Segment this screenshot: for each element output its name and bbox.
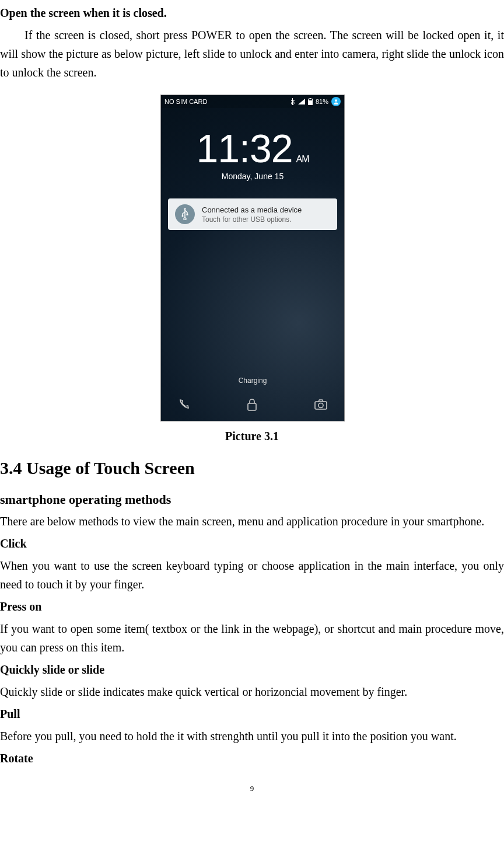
page-number: 9: [0, 784, 504, 793]
click-heading: Click: [0, 534, 504, 553]
pull-para: Before you pull, you need to hold the it…: [0, 727, 504, 745]
svg-rect-1: [309, 98, 311, 99]
battery-percent: 81%: [316, 98, 328, 105]
clock-date: Monday, June 15: [161, 172, 344, 181]
battery-icon: [308, 98, 313, 105]
figure-caption: Picture 3.1: [0, 430, 504, 443]
lockscreen-clock: 11:32 AM Monday, June 15: [161, 128, 344, 181]
signal-icon: [298, 99, 305, 104]
status-bar: NO SIM CARD 81%: [161, 95, 344, 108]
phone-screenshot: NO SIM CARD 81%: [160, 95, 345, 421]
svg-rect-6: [248, 403, 256, 410]
press-para: If you want to open some item( textbox o…: [0, 619, 504, 657]
clock-time: 11:32: [196, 128, 292, 168]
usb-notification-text: Connected as a media device Touch for ot…: [202, 205, 302, 224]
svg-point-8: [318, 403, 323, 408]
usb-icon: [175, 204, 195, 224]
heading-open-screen: Open the screen when it is closed.: [0, 4, 504, 22]
methods-intro: There are below methods to view the main…: [0, 512, 504, 531]
status-right-group: 81%: [290, 97, 341, 106]
section-title: 3.4 Usage of Touch Screen: [0, 458, 504, 478]
click-para: When you want to use the screen keyboard…: [0, 556, 504, 594]
status-carrier: NO SIM CARD: [164, 98, 290, 105]
press-heading: Press on: [0, 597, 504, 616]
pull-heading: Pull: [0, 705, 504, 723]
clock-time-row: 11:32 AM: [196, 128, 309, 168]
svg-point-3: [335, 99, 337, 102]
notif-title: Connected as a media device: [202, 205, 302, 214]
user-icon: [331, 97, 341, 106]
slide-para: Quickly slide or slide indicates make qu…: [0, 682, 504, 701]
charging-label: Charging: [161, 377, 344, 385]
slide-heading: Quickly slide or slide: [0, 660, 504, 679]
notif-subtitle: Touch for other USB options.: [202, 215, 302, 224]
usb-notification: Connected as a media device Touch for ot…: [168, 198, 337, 230]
svg-rect-5: [187, 214, 188, 215]
phone-icon: [177, 398, 190, 411]
svg-point-4: [182, 215, 184, 217]
bluetooth-icon: [290, 98, 295, 105]
clock-ampm: AM: [296, 155, 309, 164]
rotate-heading: Rotate: [0, 749, 504, 768]
figure-lockscreen: NO SIM CARD 81%: [160, 95, 344, 421]
camera-icon: [314, 399, 328, 410]
svg-rect-2: [309, 99, 312, 100]
para-open-screen: If the screen is closed, short press POW…: [0, 26, 504, 82]
lock-icon: [246, 398, 258, 412]
subsection-title: smartphone operating methods: [0, 492, 504, 507]
lockscreen-bottom-row: [161, 388, 344, 421]
